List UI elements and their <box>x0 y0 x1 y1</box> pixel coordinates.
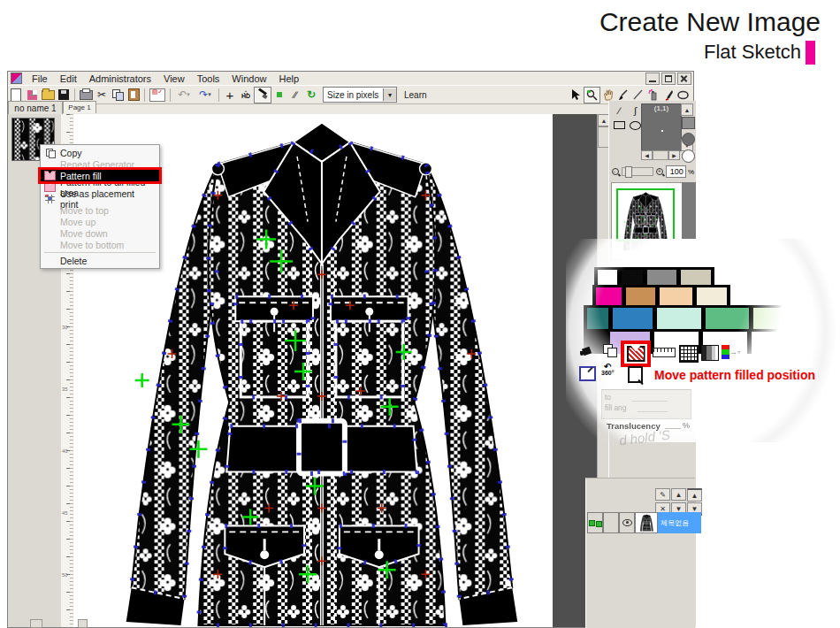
rotate-360-label: 360° <box>601 370 614 376</box>
new-file-button[interactable] <box>8 88 24 103</box>
open-button[interactable] <box>40 88 56 103</box>
menu-edit[interactable]: Edit <box>54 73 83 84</box>
select-arrow-tool[interactable] <box>569 88 584 103</box>
minimize-button[interactable] <box>645 73 660 85</box>
layer-visibility-icon[interactable] <box>619 512 635 533</box>
pattern-fill-all-icon <box>44 182 56 192</box>
copy-object-icon[interactable] <box>603 344 617 357</box>
zoom-in-icon[interactable]: + <box>655 167 664 177</box>
repeat-grid-icon[interactable] <box>679 345 699 363</box>
swatch[interactable] <box>753 308 787 332</box>
preview-hscroll[interactable]: ◀ ▶ <box>641 150 680 160</box>
option-input-line[interactable] <box>638 411 668 412</box>
print-button[interactable] <box>78 88 94 103</box>
layer-name[interactable]: 제목없음 <box>658 512 701 533</box>
transform-object-icon[interactable] <box>628 366 643 383</box>
layer-lock-cell[interactable] <box>603 512 619 533</box>
menu-bar: File Edit Administrators View Tools Wind… <box>8 72 693 85</box>
layer-move-up-button[interactable]: ▲ <box>671 488 686 501</box>
swatch[interactable] <box>752 332 790 355</box>
size-unit-dropdown[interactable]: Size in pixels ▾ <box>323 87 397 103</box>
preview-scroll-up[interactable]: ▲ <box>681 103 693 116</box>
filled-circle-brush[interactable] <box>682 133 695 146</box>
eraser-ring-tool[interactable] <box>676 88 691 103</box>
crosshair-tool[interactable]: + <box>222 88 238 103</box>
square-brush[interactable] <box>682 117 695 129</box>
copy-icon <box>44 148 56 157</box>
fill-bucket-icon[interactable] <box>580 345 594 357</box>
new-template-button[interactable] <box>24 88 40 103</box>
cut-button[interactable]: ✂ <box>94 88 110 103</box>
menu-tools[interactable]: Tools <box>191 73 226 84</box>
brush-shapes <box>682 117 694 163</box>
toolbar: ✂ ▧✓ ↶▾ ↷▾ + ∴HD ∕∕ ↻ Size in pixels ▾ L… <box>8 85 693 104</box>
gradient-icon[interactable] <box>701 345 719 361</box>
repeat-preview-button[interactable]: ▧✓ <box>148 88 167 103</box>
save-button[interactable] <box>56 88 72 103</box>
magnified-swatches <box>584 265 796 354</box>
ruler-number: 50 <box>62 572 68 578</box>
learn-label[interactable]: Learn <box>404 90 427 100</box>
pan-hand-tool[interactable] <box>600 88 615 103</box>
zoom-out-icon[interactable]: - <box>611 167 620 177</box>
navigator-view-rect[interactable] <box>616 188 675 241</box>
rectangle-shape-tool[interactable] <box>612 119 627 132</box>
swatch[interactable] <box>587 308 608 332</box>
brush-tool[interactable] <box>615 88 630 103</box>
ruler-icon[interactable] <box>653 348 676 357</box>
color-chip-tool[interactable] <box>271 88 287 103</box>
zoom-unit: % <box>688 168 694 176</box>
layer-move-top-button[interactable]: ▲ <box>687 488 702 502</box>
copy-button[interactable] <box>110 88 126 103</box>
zoom-select-tool[interactable] <box>584 87 600 103</box>
context-item-copy[interactable]: Copy <box>41 147 159 158</box>
preview-scroll-right: ▶ <box>668 150 680 160</box>
document-tab[interactable]: no name 1 <box>8 101 63 115</box>
menu-view[interactable]: View <box>157 73 191 84</box>
swatch[interactable] <box>613 308 653 332</box>
export-fit-icon[interactable] <box>579 366 596 381</box>
context-item-delete[interactable]: Delete <box>41 255 159 266</box>
layer-thumbnail[interactable] <box>635 512 658 533</box>
line-tool[interactable] <box>630 88 645 103</box>
pattern-fill-icon <box>44 171 56 180</box>
move-pattern-position-icon[interactable] <box>621 341 651 367</box>
zoom-value-input[interactable]: 100 <box>666 165 686 178</box>
knife-tool[interactable] <box>254 87 271 103</box>
option-fill-angle-label: fill ang <box>605 403 627 412</box>
menu-window[interactable]: Window <box>225 73 272 84</box>
zoom-slider[interactable] <box>622 167 654 176</box>
undo-button[interactable]: ↶▾ <box>173 88 195 103</box>
layer-pen-button[interactable]: ✎ <box>655 488 670 501</box>
menu-administrators[interactable]: Administrators <box>83 73 157 84</box>
hscroll-fragment[interactable] <box>30 619 42 628</box>
spray-tool[interactable] <box>645 88 661 103</box>
swatch[interactable] <box>657 308 701 332</box>
fill-options-box: to fill ang <box>601 389 691 419</box>
pen-tool[interactable] <box>661 88 676 103</box>
maximize-button[interactable] <box>661 73 676 85</box>
layer-row[interactable]: 제목없음 <box>587 512 701 533</box>
outline-circle-brush[interactable] <box>682 149 695 163</box>
line-shape-tool[interactable]: ∕ <box>612 103 627 117</box>
rotate-360-icon[interactable]: ↶ 360° <box>601 364 614 376</box>
hd-pattern-tool[interactable]: ∴HD <box>238 88 254 103</box>
context-item-pattern-fill[interactable]: Pattern fill <box>41 170 159 181</box>
menu-help[interactable]: Help <box>272 73 305 84</box>
option-input-line[interactable] <box>632 401 668 402</box>
hatch-tool[interactable]: ∕∕ <box>287 88 303 103</box>
hscroll-fragment[interactable] <box>78 619 88 628</box>
redo-button[interactable]: ↷▾ <box>195 88 216 103</box>
ruler-number: 40 <box>62 448 68 454</box>
menu-file[interactable]: File <box>26 73 54 84</box>
close-button[interactable] <box>677 73 691 85</box>
swatch[interactable] <box>706 308 749 332</box>
rgb-channels-icon[interactable]: →▫ <box>722 345 740 359</box>
layer-pattern-icon[interactable] <box>587 512 603 533</box>
page-tab[interactable]: Page 1 <box>63 101 96 113</box>
context-item-placement-print[interactable]: Use as placement print <box>41 193 159 204</box>
paste-button[interactable] <box>126 88 141 103</box>
dropdown-arrow-icon[interactable]: ▾ <box>383 88 396 101</box>
app-icon <box>11 73 22 84</box>
refresh-tool[interactable]: ↻ <box>303 88 319 103</box>
